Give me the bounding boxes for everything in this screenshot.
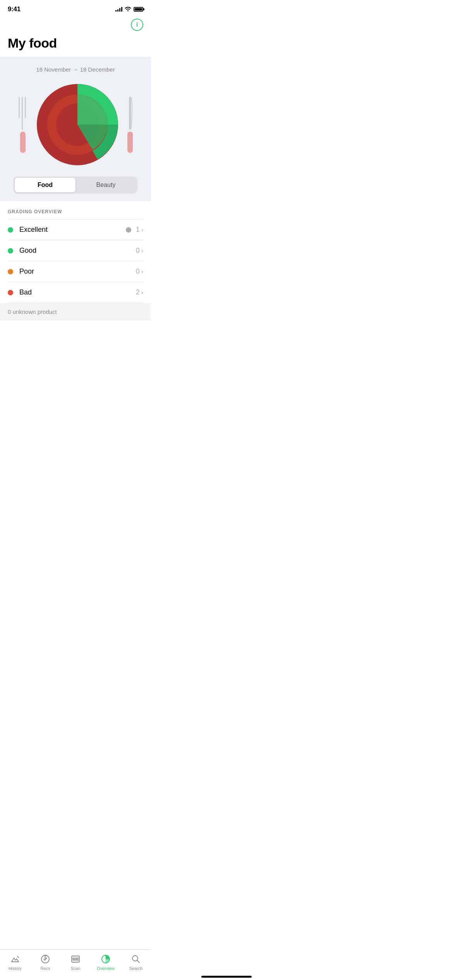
toggle-container: Food Beauty [14,176,137,194]
grade-chevron-bad: › [141,289,143,296]
toggle-beauty-button[interactable]: Beauty [76,178,136,192]
grade-dot-excellent [8,227,13,233]
grade-indicator-excellent [126,227,131,233]
page-title: My food [0,33,151,57]
svg-rect-4 [22,114,23,130]
status-time: 9:41 [8,5,21,13]
grade-item-poor[interactable]: Poor 0 › [8,261,143,282]
svg-rect-8 [127,132,133,153]
grading-title: GRADING OVERVIEW [8,209,143,214]
unknown-product: 0 unknown product [0,303,151,320]
svg-rect-3 [25,97,26,118]
grade-dot-good [8,248,13,254]
grade-count-bad: 2 [136,288,140,296]
grade-item-excellent[interactable]: Excellent 1 › [8,219,143,240]
grade-list: Excellent 1 › Good 0 › Poor 0 › Bad 2 › [8,219,143,303]
toggle-food-button[interactable]: Food [15,178,76,192]
pie-chart [35,82,120,167]
grade-label-good: Good [19,247,136,255]
grade-count-excellent: 1 [136,226,140,234]
grade-label-poor: Poor [19,267,136,276]
top-area: i [0,15,151,33]
grade-chevron-excellent: › [141,226,143,233]
grade-dot-poor [8,269,13,274]
chart-section: 18 November → 18 December [0,57,151,201]
unknown-product-text: 0 unknown product [8,308,57,315]
svg-rect-1 [19,97,20,118]
fork-icon [15,93,31,156]
status-bar: 9:41 [0,0,151,15]
battery-icon [134,7,143,12]
grading-section: GRADING OVERVIEW Excellent 1 › Good 0 › … [0,201,151,303]
svg-rect-9 [129,97,131,130]
svg-rect-0 [20,132,26,153]
info-button[interactable]: i [131,19,143,31]
grade-label-excellent: Excellent [19,226,126,234]
date-range: 18 November → 18 December [8,66,143,73]
grade-item-bad[interactable]: Bad 2 › [8,282,143,303]
status-icons [115,6,143,12]
grade-label-bad: Bad [19,288,136,296]
knife-icon [124,93,136,156]
grade-count-poor: 0 [136,267,140,276]
grade-chevron-good: › [141,247,143,254]
signal-icon [115,7,122,12]
chart-container [8,82,143,167]
grade-chevron-poor: › [141,268,143,275]
grade-count-good: 0 [136,247,140,255]
grade-dot-bad [8,290,13,295]
wifi-icon [125,6,131,12]
grade-item-good[interactable]: Good 0 › [8,240,143,261]
